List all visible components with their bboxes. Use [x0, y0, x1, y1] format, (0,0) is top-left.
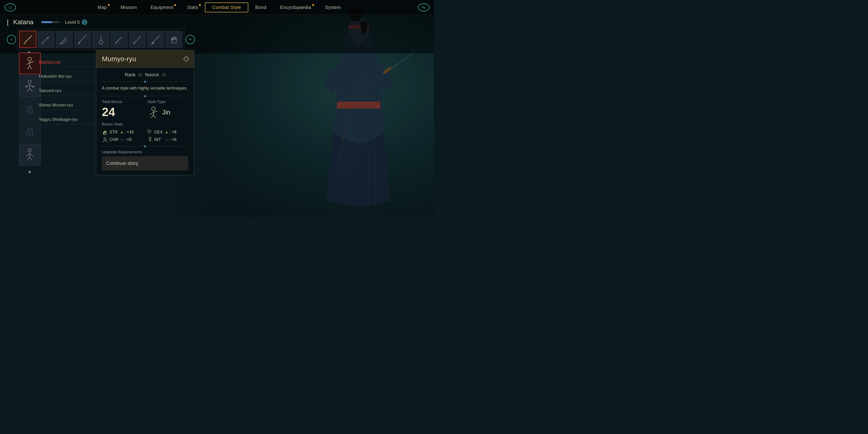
weapon-slot-4[interactable] [74, 31, 91, 48]
str-label: STR [110, 130, 119, 134]
int-dash: — [165, 138, 168, 142]
svg-line-19 [62, 39, 67, 44]
rank-value: Novice [145, 72, 159, 78]
nav-item-mission[interactable]: Mission [114, 3, 144, 12]
style-name-hokushin[interactable]: Hokushin Itto-ryu [36, 67, 96, 81]
nav-l1-button[interactable]: L1 [5, 3, 16, 11]
weapon-bar: | Katana · · Level 5 R3 L2 [0, 15, 434, 54]
svg-line-47 [30, 88, 32, 92]
weapon-slot-8[interactable] [147, 31, 164, 48]
svg-point-23 [99, 41, 103, 44]
nav-dot-encyclopaedia [312, 4, 314, 6]
svg-rect-11 [337, 102, 380, 108]
stat-int-row: INT — : +0 [147, 136, 188, 143]
nav-item-system[interactable]: System [318, 3, 348, 12]
str-arrow: ▲ [120, 130, 123, 134]
nav-item-bond[interactable]: Bond [248, 3, 273, 12]
stat-str-row: STR ▲ : +15 [102, 129, 144, 135]
weapon-slot-5[interactable] [92, 31, 110, 48]
svg-line-58 [26, 154, 30, 156]
nav-dot-map [108, 4, 110, 6]
svg-line-26 [115, 41, 118, 43]
svg-rect-5 [382, 67, 392, 74]
svg-point-51 [29, 110, 30, 111]
rank-diamond-2 [162, 73, 166, 77]
info-panel-body: Rank Novice A combat style with highly v… [96, 68, 194, 175]
weapon-slot-fist[interactable] [165, 31, 183, 48]
style-slot-yagyu[interactable] [19, 144, 41, 165]
total-bonus-label: Total Bonus [102, 100, 143, 104]
svg-line-12 [337, 105, 351, 167]
svg-point-62 [152, 107, 155, 111]
rank-row: Rank Novice [102, 72, 188, 78]
svg-point-56 [28, 149, 31, 152]
svg-line-38 [27, 63, 30, 65]
svg-line-39 [30, 61, 34, 63]
style-name-mumyo[interactable]: Mumyo-ryu [36, 53, 96, 67]
nav-dot-equipment [174, 4, 176, 6]
svg-line-64 [150, 113, 154, 115]
svg-rect-70 [105, 131, 106, 133]
style-type-label: Style Type [147, 100, 188, 104]
str-value: +15 [127, 130, 134, 134]
nav-item-combat-style[interactable]: Combat Style [205, 2, 248, 12]
style-name-yagyu[interactable]: Yagyu Shinkage-ryu [36, 110, 96, 124]
svg-point-74 [104, 137, 106, 140]
nav-item-encyclopaedia[interactable]: Encyclopaedia [273, 3, 318, 12]
nav-item-map[interactable]: Map [91, 3, 114, 12]
svg-line-60 [27, 157, 30, 160]
svg-line-7 [348, 143, 349, 207]
weapon-nav-right[interactable]: R2 [186, 35, 195, 44]
stat-chr-row: CHR — : +0 [102, 136, 144, 143]
int-icon [147, 136, 153, 143]
style-type-content: Jin [147, 106, 188, 119]
svg-line-65 [154, 111, 157, 113]
dex-arrow: ▲ [165, 130, 168, 134]
weapon-slot-6[interactable] [111, 31, 128, 48]
svg-line-16 [41, 42, 43, 44]
chr-dash: — [120, 138, 123, 142]
int-value: +0 [172, 137, 177, 142]
svg-line-40 [27, 66, 30, 69]
svg-rect-20 [59, 42, 62, 44]
header-diamond-icon [183, 56, 189, 62]
weapon-slot-7[interactable] [129, 31, 146, 48]
svg-rect-30 [151, 41, 154, 44]
svg-point-75 [149, 137, 151, 140]
svg-rect-14 [23, 42, 26, 44]
svg-point-54 [29, 132, 30, 134]
svg-line-59 [30, 154, 33, 156]
nav-dot-stats [199, 4, 201, 6]
str-icon [102, 129, 108, 135]
svg-point-36 [28, 57, 32, 61]
svg-line-41 [30, 66, 32, 69]
style-name-shinto[interactable]: Shinto Munen-ryu [36, 96, 96, 110]
svg-line-10 [375, 135, 376, 206]
svg-line-9 [368, 143, 369, 207]
nav-item-equipment[interactable]: Equipment [144, 3, 180, 12]
weapon-level-text: Level 5 [65, 20, 80, 25]
scroll-down-arrow[interactable]: ▼ [23, 168, 36, 177]
weapon-slot-3[interactable] [56, 31, 73, 48]
weapon-slot-katana[interactable] [19, 31, 36, 48]
rank-diamond-1 [138, 73, 142, 77]
svg-line-66 [151, 115, 154, 118]
svg-line-15 [42, 36, 49, 43]
svg-line-46 [27, 88, 30, 92]
weapon-nav-left[interactable]: L2 [7, 35, 16, 44]
stats-section: Total Bonus 24 Style Type [102, 100, 188, 119]
weapon-icons-row: L2 [7, 29, 427, 50]
dex-label: DEX [154, 130, 164, 134]
style-name-tatsumi[interactable]: Tatsumi-ryu [36, 81, 96, 96]
int-label: INT [154, 137, 164, 142]
total-bonus-value: 24 [102, 106, 143, 118]
weapon-slot-2[interactable] [37, 31, 55, 48]
nav-r1-button[interactable]: R1 [418, 3, 429, 11]
nav-item-stats[interactable]: Stats [180, 3, 205, 12]
svg-line-67 [154, 115, 156, 118]
dex-value: +9 [172, 130, 176, 134]
continue-story-button[interactable]: Continue story [102, 156, 188, 170]
weapon-title-row: | Katana · · Level 5 R3 [7, 18, 427, 26]
bonus-stats-grid: STR ▲ : +15 DEX ▲ : +9 [102, 129, 188, 143]
weapon-level-bar: · · Level 5 R3 [38, 20, 87, 25]
